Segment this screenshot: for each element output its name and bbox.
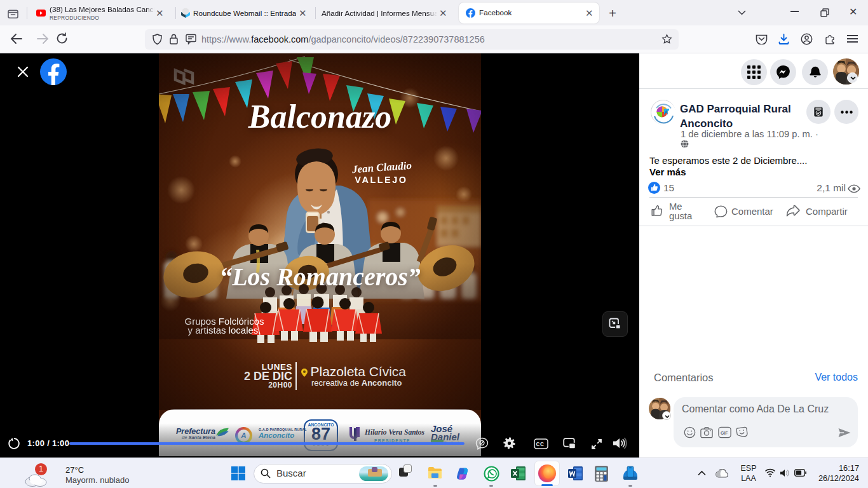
svg-text:CC: CC [536,442,545,447]
svg-text:A: A [663,109,668,116]
svg-text:GIF: GIF [721,431,728,435]
